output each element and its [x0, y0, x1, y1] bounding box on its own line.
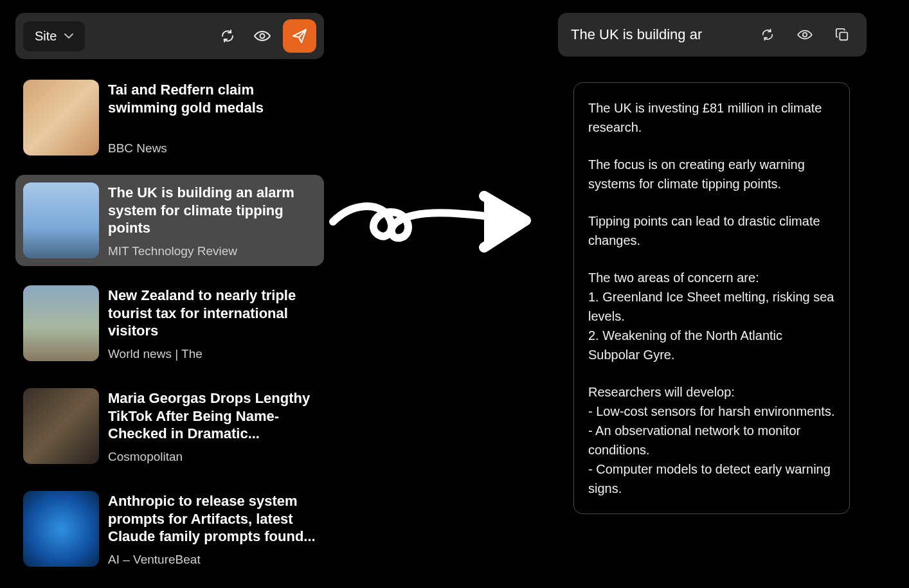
summary-paragraph: Researchers will develop: - Low-cost sen…	[588, 382, 835, 498]
article-list: Tai and Redfern claim swimming gold meda…	[15, 72, 324, 575]
summary-box: The UK is investing £81 million in clima…	[573, 82, 850, 514]
eye-button[interactable]	[793, 23, 816, 46]
article-item[interactable]: Tai and Redfern claim swimming gold meda…	[15, 72, 324, 163]
article-text: New Zealand to nearly triple tourist tax…	[108, 285, 316, 361]
refresh-button[interactable]	[756, 23, 779, 46]
article-text: Tai and Redfern claim swimming gold meda…	[108, 80, 316, 156]
eye-button[interactable]	[248, 22, 276, 50]
article-item[interactable]: The UK is building an alarm system for c…	[15, 175, 324, 266]
article-item[interactable]: Maria Georgas Drops Lengthy TikTok After…	[15, 380, 324, 472]
detail-title: The UK is building ar	[571, 26, 742, 43]
article-source: MIT Technology Review	[108, 244, 316, 258]
summary-paragraph: Tipping points can lead to drastic clima…	[588, 211, 835, 250]
article-title: Anthropic to release system prompts for …	[108, 492, 316, 546]
article-source: BBC News	[108, 141, 316, 156]
article-thumbnail	[23, 80, 99, 156]
article-thumbnail	[23, 183, 99, 258]
article-title: Tai and Redfern claim swimming gold meda…	[108, 81, 316, 116]
summary-paragraph: The UK is investing £81 million in clima…	[588, 98, 835, 137]
article-thumbnail	[23, 388, 99, 464]
left-panel: Site Tai and Redfern claim swimming gold…	[15, 13, 324, 575]
refresh-button[interactable]	[213, 22, 242, 50]
copy-button[interactable]	[831, 23, 854, 46]
article-text: Maria Georgas Drops Lengthy TikTok After…	[108, 388, 316, 464]
right-toolbar: The UK is building ar	[558, 13, 867, 57]
arrow-graphic	[327, 177, 539, 273]
right-panel: The UK is building ar The UK is investin…	[558, 13, 867, 514]
article-source: World news | The	[108, 347, 316, 361]
article-thumbnail	[23, 285, 99, 361]
article-source: Cosmopolitan	[108, 450, 316, 464]
site-dropdown[interactable]: Site	[23, 21, 85, 51]
article-item[interactable]: Anthropic to release system prompts for …	[15, 483, 324, 575]
article-title: Maria Georgas Drops Lengthy TikTok After…	[108, 389, 316, 443]
article-title: The UK is building an alarm system for c…	[108, 184, 316, 237]
site-dropdown-label: Site	[35, 29, 57, 44]
summary-paragraph: The focus is on creating early warning s…	[588, 155, 835, 193]
summary-paragraph: The two areas of concern are: 1. Greenla…	[588, 268, 835, 364]
article-text: Anthropic to release system prompts for …	[108, 491, 316, 567]
article-title: New Zealand to nearly triple tourist tax…	[108, 287, 316, 340]
article-source: AI – VentureBeat	[108, 553, 316, 567]
send-button[interactable]	[283, 19, 316, 53]
svg-point-1	[803, 33, 807, 37]
article-item[interactable]: New Zealand to nearly triple tourist tax…	[15, 278, 324, 369]
svg-point-0	[260, 34, 265, 39]
article-text: The UK is building an alarm system for c…	[108, 183, 316, 258]
article-thumbnail	[23, 491, 99, 567]
svg-rect-2	[840, 32, 847, 40]
left-toolbar: Site	[15, 13, 324, 59]
chevron-down-icon	[64, 33, 73, 39]
